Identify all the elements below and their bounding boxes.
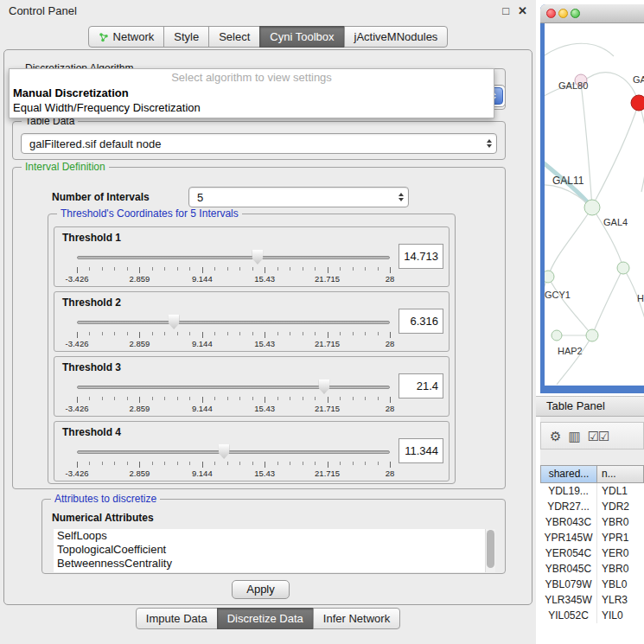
tick-mark <box>390 462 391 468</box>
network-node[interactable] <box>631 95 644 111</box>
network-node[interactable] <box>545 271 554 283</box>
network-edge[interactable] <box>545 277 548 328</box>
network-node[interactable] <box>617 262 629 274</box>
tab-jactivemnodules[interactable]: jActiveMNodules <box>344 26 449 48</box>
threshold-4-slider[interactable]: -3.4262.8599.14415.4321.71528 <box>77 441 390 479</box>
table-row[interactable]: YBR045CYBR0 <box>540 561 644 577</box>
threshold-2-value-field[interactable]: 6.316 <box>399 309 443 334</box>
threshold-4-value-field[interactable]: 11.344 <box>399 438 443 463</box>
cell-name[interactable]: YBR0 <box>597 561 644 577</box>
attribute-item-selfloops[interactable]: SelfLoops <box>54 529 495 543</box>
tick-mark <box>164 267 165 271</box>
cell-name[interactable]: YDL1 <box>597 483 644 499</box>
table-data-combobox[interactable]: galFiltered.sif default node <box>21 133 497 154</box>
tick-mark <box>139 462 140 468</box>
network-window-titlebar[interactable] <box>540 4 644 23</box>
close-icon[interactable]: ✕ <box>518 4 527 17</box>
minimize-traffic-light-icon[interactable] <box>558 9 568 18</box>
attributes-items: SelfLoopsTopologicalCoefficientBetweenne… <box>54 529 495 571</box>
tab-cyni-toolbox[interactable]: Cyni Toolbox <box>259 26 344 48</box>
column-header-shared[interactable]: shared... <box>540 465 597 483</box>
cell-shared-name[interactable]: YBL079W <box>540 577 597 592</box>
cell-shared-name[interactable]: YDL19... <box>540 483 597 499</box>
slider-thumb[interactable] <box>252 250 263 265</box>
threshold-1-slider[interactable]: -3.4262.8599.14415.4321.71528 <box>77 246 390 284</box>
cell-shared-name[interactable]: YLR345W <box>540 592 597 608</box>
cell-name[interactable]: YBR0 <box>597 514 644 530</box>
table-row[interactable]: YIL052CYIL0 <box>540 608 644 623</box>
threshold-label: Threshold 3 <box>62 361 121 373</box>
network-edge[interactable] <box>639 103 644 192</box>
network-edge[interactable] <box>594 103 639 203</box>
tab-impute-data[interactable]: Impute Data <box>136 608 218 629</box>
algorithm-option-manual-discretization[interactable]: Manual Discretization <box>10 86 494 100</box>
table-row[interactable]: YBL079WYBL0 <box>540 577 644 592</box>
settings-button[interactable]: ⚙ <box>550 430 560 443</box>
tick-mark <box>177 267 178 271</box>
attributes-list[interactable]: SelfLoopsTopologicalCoefficientBetweenne… <box>54 529 495 572</box>
slider-track[interactable] <box>77 321 390 324</box>
threshold-3-slider[interactable]: -3.4262.8599.14415.4321.71528 <box>77 376 390 414</box>
cell-shared-name[interactable]: YDR27... <box>540 499 597 514</box>
table-row[interactable]: YDR27...YDR2 <box>540 499 644 514</box>
cell-shared-name[interactable]: YIL052C <box>540 608 597 623</box>
network-edge[interactable] <box>557 335 592 385</box>
threshold-1-value-field[interactable]: 14.713 <box>399 244 443 269</box>
attribute-item-betweennesscentrality[interactable]: BetweennessCentrality <box>54 557 495 571</box>
threshold-3-value-field[interactable]: 21.4 <box>399 373 443 399</box>
tick-mark <box>127 332 128 335</box>
zoom-traffic-light-icon[interactable] <box>571 9 580 18</box>
network-edge[interactable] <box>581 73 639 103</box>
float-window-icon[interactable]: □ <box>502 4 509 17</box>
table-row[interactable]: YBR043CYBR0 <box>540 514 644 530</box>
apply-button[interactable]: Apply <box>232 580 290 599</box>
network-edge[interactable] <box>581 83 592 207</box>
threshold-2-slider[interactable]: -3.4262.8599.14415.4321.71528 <box>77 311 390 349</box>
cell-name[interactable]: YBL0 <box>597 577 644 592</box>
cell-shared-name[interactable]: YBR043C <box>540 514 597 530</box>
slider-track[interactable] <box>77 450 390 454</box>
tab-style[interactable]: Style <box>163 26 209 48</box>
tab-infer-network[interactable]: Infer Network <box>313 608 400 629</box>
scrollbar-thumb[interactable] <box>487 530 494 568</box>
slider-thumb[interactable] <box>169 315 180 329</box>
columns-button[interactable]: ▥ <box>568 430 579 443</box>
network-edge[interactable] <box>548 207 592 277</box>
tab-network[interactable]: Network <box>88 26 165 48</box>
cell-name[interactable]: YIL0 <box>597 608 644 623</box>
algorithm-option-equal-width-frequency-discretization[interactable]: Equal Width/Frequency Discretization <box>10 100 494 115</box>
table-row[interactable]: YLR345WYLR3 <box>540 592 644 608</box>
slider-thumb[interactable] <box>318 379 329 394</box>
cell-shared-name[interactable]: YPR145W <box>540 530 597 545</box>
tab-discretize-data[interactable]: Discretize Data <box>217 608 314 629</box>
select-all-button[interactable]: ☑☑ <box>588 430 609 443</box>
cell-shared-name[interactable]: YBR045C <box>540 561 597 577</box>
cell-shared-name[interactable]: YER054C <box>540 545 597 561</box>
cell-name[interactable]: YLR3 <box>597 592 644 608</box>
cell-name[interactable]: YER0 <box>597 545 644 561</box>
tab-select[interactable]: Select <box>208 26 260 48</box>
network-canvas[interactable]: GAL80GAGAL11GAL4GCY1HHAP2 <box>545 23 644 386</box>
network-node[interactable] <box>552 330 562 341</box>
number-of-intervals-combobox[interactable]: 5 <box>188 187 409 207</box>
tick-mark <box>89 332 90 335</box>
network-node[interactable] <box>586 329 598 341</box>
table-row[interactable]: YER054CYER0 <box>540 545 644 561</box>
slider-track[interactable] <box>77 256 390 259</box>
slider-track[interactable] <box>77 386 390 389</box>
column-header-n[interactable]: n... <box>596 465 644 483</box>
cell-name[interactable]: YPR1 <box>597 530 644 545</box>
slider-thumb[interactable] <box>219 444 230 459</box>
tick-mark <box>77 267 78 273</box>
network-edge[interactable] <box>545 43 614 75</box>
tick-mark <box>189 462 190 465</box>
close-traffic-light-icon[interactable] <box>546 9 556 18</box>
network-node[interactable] <box>584 200 600 215</box>
attribute-item-topologicalcoefficient[interactable]: TopologicalCoefficient <box>54 543 495 557</box>
cell-name[interactable]: YDR2 <box>597 499 644 514</box>
scrollbar[interactable] <box>485 529 495 572</box>
network-edge[interactable] <box>592 268 623 335</box>
network-edge[interactable] <box>548 277 592 335</box>
table-row[interactable]: YDL19...YDL1 <box>540 483 644 499</box>
table-row[interactable]: YPR145WYPR1 <box>540 530 644 545</box>
